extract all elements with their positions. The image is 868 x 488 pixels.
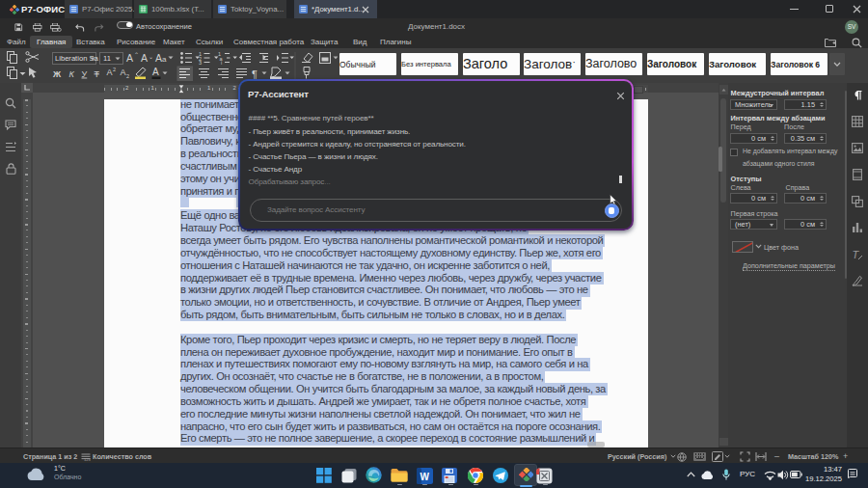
- svg-text:А: А: [121, 68, 126, 77]
- svg-text:11: 11: [103, 54, 111, 63]
- svg-text:А: А: [155, 52, 162, 64]
- svg-text:А: А: [107, 68, 113, 77]
- svg-text:123: 123: [84, 457, 91, 461]
- svg-text:i: i: [221, 60, 222, 66]
- svg-text:⌄: ⌄: [149, 54, 153, 60]
- svg-text:А: А: [152, 67, 159, 77]
- svg-text:Ŧ: Ŧ: [95, 69, 100, 79]
- svg-text:3: 3: [199, 60, 202, 66]
- svg-text:Ж: Ж: [52, 69, 62, 79]
- svg-text:А: А: [141, 52, 148, 64]
- svg-text:К: К: [69, 69, 75, 79]
- svg-text:У: У: [82, 69, 88, 79]
- svg-text:⌃: ⌃: [134, 52, 139, 58]
- svg-text:W: W: [420, 471, 430, 481]
- svg-text:2: 2: [113, 67, 116, 72]
- svg-text:А: А: [126, 52, 133, 64]
- svg-text:а: а: [162, 55, 167, 64]
- svg-text:2: 2: [126, 73, 129, 79]
